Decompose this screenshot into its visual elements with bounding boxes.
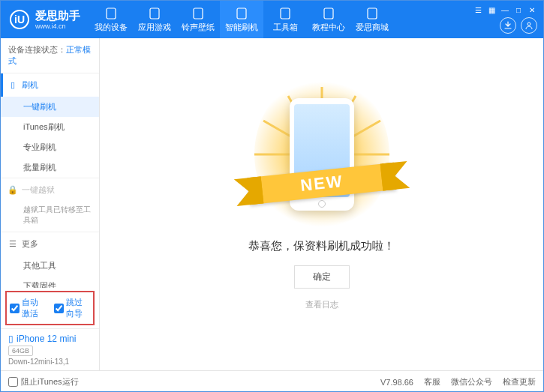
nav-book[interactable]: 教程中心 (307, 1, 350, 38)
phone-icon: ▯ (8, 81, 17, 90)
connection-status: 设备连接状态：正常模式 (1, 38, 99, 73)
toolbox-icon (278, 7, 292, 20)
success-illustration: NEW (269, 91, 374, 218)
nav-music[interactable]: 铃声壁纸 (176, 1, 220, 38)
sidebar: 设备连接状态：正常模式 ▯ 刷机 一键刷机iTunes刷机专业刷机批量刷机 🔒 … (1, 38, 100, 370)
wechat-link[interactable]: 微信公众号 (451, 376, 492, 388)
svg-rect-0 (107, 8, 116, 19)
device-info[interactable]: ▯iPhone 12 mini 64GB Down-12mini-13,1 (1, 328, 99, 370)
sidebar-group-more[interactable]: ☰ 更多 (1, 232, 99, 256)
view-log-link[interactable]: 查看日志 (305, 299, 338, 310)
checkbox-label: 自动激活 (22, 297, 47, 319)
device-detail: Down-12mini-13,1 (8, 358, 92, 366)
sidebar-label: 刷机 (22, 79, 38, 91)
main-nav: 我的设备应用游戏铃声壁纸智能刷机工具箱教程中心爱思商城 (89, 1, 394, 38)
svg-point-7 (527, 22, 530, 25)
maximize-icon[interactable]: □ (513, 5, 524, 16)
ok-button[interactable]: 确定 (294, 265, 350, 289)
nav-label: 爱思商城 (356, 22, 389, 33)
logo-icon: iU (10, 10, 29, 29)
checkbox-label: 跳过向导 (66, 297, 91, 319)
nav-apps[interactable]: 应用游戏 (133, 1, 176, 38)
footer: 阻止iTunes运行 V7.98.66 客服 微信公众号 检查更新 (1, 370, 543, 392)
app-url: www.i4.cn (35, 22, 80, 31)
service-link[interactable]: 客服 (424, 376, 440, 388)
svg-rect-5 (324, 8, 333, 19)
update-link[interactable]: 检查更新 (503, 376, 536, 388)
svg-rect-6 (368, 8, 377, 19)
apps-icon (148, 7, 161, 20)
options-box: 自动激活 跳过向导 (5, 291, 95, 325)
minimize-icon[interactable]: — (500, 5, 510, 16)
header: iU 爱思助手 www.i4.cn 我的设备应用游戏铃声壁纸智能刷机工具箱教程中… (1, 1, 543, 38)
nav-label: 教程中心 (312, 22, 345, 33)
sidebar-item-flash-0[interactable]: 一键刷机 (1, 97, 99, 117)
sidebar-item-flash-2[interactable]: 专业刷机 (1, 137, 99, 157)
auto-activate-checkbox[interactable]: 自动激活 (10, 297, 47, 319)
sidebar-label: 更多 (22, 238, 38, 250)
nav-label: 铃声壁纸 (182, 22, 215, 33)
sidebar-group-jailbreak[interactable]: 🔒 一键越狱 (1, 178, 99, 202)
jailbreak-note: 越狱工具已转移至工具箱 (1, 202, 99, 232)
music-icon (191, 7, 205, 20)
sidebar-item-flash-3[interactable]: 批量刷机 (1, 157, 99, 178)
sidebar-group-flash[interactable]: ▯ 刷机 (1, 73, 99, 97)
svg-rect-2 (194, 8, 203, 19)
svg-rect-4 (281, 8, 290, 19)
version-label: V7.98.66 (380, 378, 413, 387)
block-itunes-checkbox[interactable]: 阻止iTunes运行 (8, 376, 79, 388)
sidebar-item-more-0[interactable]: 其他工具 (1, 256, 99, 276)
success-message: 恭喜您，保资料刷机成功啦！ (248, 239, 395, 253)
phone-icon: ▯ (8, 334, 14, 344)
cart-icon (365, 7, 379, 20)
skip-guide-checkbox[interactable]: 跳过向导 (54, 297, 91, 319)
lock-icon: 🔒 (8, 186, 17, 195)
checkbox-label: 阻止iTunes运行 (21, 376, 79, 388)
device-storage: 64GB (8, 346, 33, 356)
sidebar-label: 一键越狱 (22, 184, 55, 196)
phone-icon (104, 7, 118, 20)
device-name: iPhone 12 mini (17, 334, 76, 344)
download-icon[interactable] (500, 17, 516, 34)
user-icon[interactable] (521, 17, 537, 34)
nav-toolbox[interactable]: 工具箱 (263, 1, 307, 38)
nav-label: 我的设备 (95, 22, 128, 33)
nav-phone[interactable]: 我的设备 (89, 1, 133, 38)
close-icon[interactable]: ✕ (527, 5, 537, 16)
nav-cart[interactable]: 爱思商城 (350, 1, 394, 38)
svg-rect-3 (237, 8, 246, 19)
book-icon (322, 7, 335, 20)
status-label: 设备连接状态： (8, 45, 66, 54)
svg-rect-1 (150, 8, 159, 19)
sidebar-item-flash-1[interactable]: iTunes刷机 (1, 117, 99, 137)
flash-icon (235, 7, 248, 20)
menu-icon[interactable]: ☰ (473, 5, 483, 16)
nav-label: 应用游戏 (138, 22, 171, 33)
main-content: NEW 恭喜您，保资料刷机成功啦！ 确定 查看日志 (100, 38, 543, 370)
list-icon: ☰ (8, 240, 17, 249)
logo: iU 爱思助手 www.i4.cn (1, 9, 89, 31)
app-title: 爱思助手 (35, 9, 80, 22)
nav-flash[interactable]: 智能刷机 (220, 1, 263, 38)
lock-icon[interactable]: ▦ (486, 5, 497, 16)
sidebar-item-more-1[interactable]: 下载固件 (1, 276, 99, 288)
nav-label: 智能刷机 (225, 22, 258, 33)
nav-label: 工具箱 (273, 22, 298, 33)
